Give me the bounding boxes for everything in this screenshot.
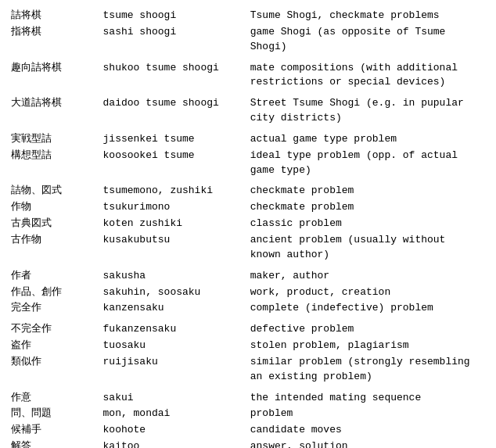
english-definition: classic problem <box>250 216 485 232</box>
japanese-term: 作意 <box>11 390 103 407</box>
japanese-term: 盗作 <box>11 338 103 354</box>
table-row: 作意sakuithe intended mating sequence <box>11 390 485 407</box>
romaji-term: ruijisaku <box>103 354 250 385</box>
table-row: 古作物kusakubutsuancient problem (usually w… <box>11 232 485 263</box>
romaji-term: kanzensaku <box>103 300 250 317</box>
english-definition: checkmate problem <box>250 183 485 199</box>
english-definition: mate compositions (with additional restr… <box>250 60 485 91</box>
english-definition: checkmate problem <box>250 199 485 216</box>
romaji-term: sashi shoogi <box>103 24 250 56</box>
table-row: 候補手koohotecandidate moves <box>11 422 485 439</box>
table-row: 問、問題mon, mondaiproblem <box>11 406 485 422</box>
english-definition: work, product, creation <box>250 285 485 301</box>
japanese-term: 詰将棋 <box>11 8 103 24</box>
table-row: 指将棋sashi shoogigame Shogi (as opposite o… <box>11 24 485 56</box>
romaji-term: jissenkei tsume <box>103 131 250 148</box>
table-row: 作品、創作sakuhin, soosakuwork, product, crea… <box>11 285 485 301</box>
table-row: 作者sakushamaker, author <box>11 268 485 285</box>
table-row: 類似作ruijisakusimilar problem (strongly re… <box>11 354 485 385</box>
english-definition: stolen problem, plagiarism <box>250 338 485 354</box>
japanese-term: 不完全作 <box>11 321 103 338</box>
english-definition: ancient problem (usually without known a… <box>250 232 485 263</box>
japanese-term: 問、問題 <box>11 406 103 422</box>
table-row: 盗作tuosakustolen problem, plagiarism <box>11 338 485 354</box>
japanese-term: 類似作 <box>11 354 103 385</box>
romaji-term: daidoo tsume shoogi <box>103 95 250 127</box>
english-definition: similar problem (strongly resembling an … <box>250 354 485 385</box>
romaji-term: sakuhin, soosaku <box>103 285 250 301</box>
romaji-term: koosookei tsume <box>103 148 250 179</box>
romaji-term: sakusha <box>103 268 250 285</box>
table-row: 古典図式koten zushikiclassic problem <box>11 216 485 232</box>
english-definition: Street Tsume Shogi (e.g. in pupular city… <box>250 95 485 127</box>
japanese-term: 指将棋 <box>11 24 103 56</box>
japanese-term: 実戦型詰 <box>11 131 103 148</box>
english-definition: ideal type problem (opp. of actual game … <box>250 148 485 179</box>
romaji-term: shukoo tsume shoogi <box>103 60 250 91</box>
english-definition: actual game type problem <box>250 131 485 148</box>
english-definition: candidate moves <box>250 422 485 439</box>
table-row: 大道詰将棋daidoo tsume shoogiStreet Tsume Sho… <box>11 95 485 127</box>
japanese-term: 構想型詰 <box>11 148 103 179</box>
english-definition: problem <box>250 406 485 422</box>
romaji-term: mon, mondai <box>103 406 250 422</box>
glossary-table: 詰将棋tsume shoogiTsume Shogi, checkmate pr… <box>11 8 485 448</box>
english-definition: Tsume Shogi, checkmate problems <box>250 8 485 24</box>
romaji-term: koten zushiki <box>103 216 250 232</box>
english-definition: answer, solution <box>250 439 485 448</box>
table-row: 詰将棋tsume shoogiTsume Shogi, checkmate pr… <box>11 8 485 24</box>
japanese-term: 古典図式 <box>11 216 103 232</box>
english-definition: complete (indefective) problem <box>250 300 485 317</box>
english-definition: maker, author <box>250 268 485 285</box>
english-definition: defective problem <box>250 321 485 338</box>
english-definition: the intended mating sequence <box>250 390 485 407</box>
table-row: 作物tsukurimonocheckmate problem <box>11 199 485 216</box>
japanese-term: 詰物、図式 <box>11 183 103 199</box>
english-definition: game Shogi (as opposite of Tsume Shogi) <box>250 24 485 56</box>
japanese-term: 作品、創作 <box>11 285 103 301</box>
romaji-term: tuosaku <box>103 338 250 354</box>
japanese-term: 趣向詰将棋 <box>11 60 103 91</box>
table-row: 構想型詰koosookei tsumeideal type problem (o… <box>11 148 485 179</box>
romaji-term: kusakubutsu <box>103 232 250 263</box>
japanese-term: 候補手 <box>11 422 103 439</box>
table-row: 趣向詰将棋shukoo tsume shoogimate composition… <box>11 60 485 91</box>
japanese-term: 大道詰将棋 <box>11 95 103 127</box>
table-row: 不完全作fukanzensakudefective problem <box>11 321 485 338</box>
romaji-term: sakui <box>103 390 250 407</box>
japanese-term: 作者 <box>11 268 103 285</box>
table-row: 解答kaitooanswer, solution <box>11 439 485 448</box>
japanese-term: 完全作 <box>11 300 103 317</box>
romaji-term: koohote <box>103 422 250 439</box>
japanese-term: 作物 <box>11 199 103 216</box>
romaji-term: fukanzensaku <box>103 321 250 338</box>
romaji-term: kaitoo <box>103 439 250 448</box>
japanese-term: 解答 <box>11 439 103 448</box>
romaji-term: tsume shoogi <box>103 8 250 24</box>
romaji-term: tsumemono, zushiki <box>103 183 250 199</box>
table-row: 実戦型詰jissenkei tsumeactual game type prob… <box>11 131 485 148</box>
table-row: 完全作kanzensakucomplete (indefective) prob… <box>11 300 485 317</box>
table-row: 詰物、図式tsumemono, zushikicheckmate problem <box>11 183 485 199</box>
japanese-term: 古作物 <box>11 232 103 263</box>
romaji-term: tsukurimono <box>103 199 250 216</box>
